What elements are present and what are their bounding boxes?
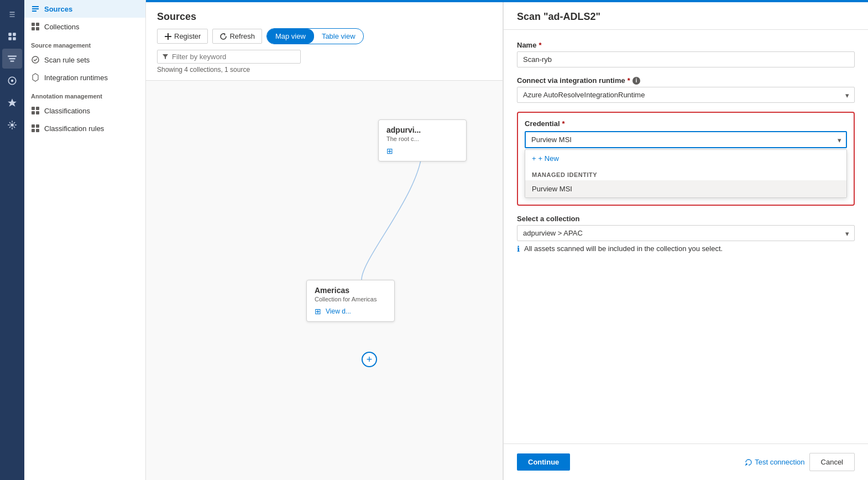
sidebar-scan-rule-sets-label: Scan rule sets	[44, 56, 90, 64]
sidebar-item-classification-rules[interactable]: Classification rules	[24, 119, 145, 137]
root-collection-node: adpurvi... The root c... ⊞	[378, 119, 467, 161]
svg-rect-3	[13, 37, 16, 40]
test-connection-button[interactable]: Test connection	[745, 458, 804, 466]
manage-nav-button[interactable]	[2, 115, 22, 135]
runtime-help-icon[interactable]: i	[632, 77, 640, 85]
footer-right: Test connection Cancel	[745, 453, 855, 471]
sidebar-item-collections[interactable]: Collections	[24, 18, 145, 35]
catalog-nav-button[interactable]	[2, 71, 22, 91]
svg-rect-10	[36, 27, 39, 30]
home-nav-button[interactable]	[2, 27, 22, 46]
map-area: adpurvi... The root c... ⊞ Americas Coll…	[146, 81, 503, 480]
svg-rect-15	[36, 111, 39, 114]
sidebar-item-sources[interactable]: Sources	[24, 0, 145, 18]
credential-select-wrapper: Purview MSI ▾	[525, 131, 847, 148]
table-view-button[interactable]: Table view	[314, 29, 363, 43]
insights-nav-button[interactable]	[2, 93, 22, 113]
root-node-subtitle: The root c...	[386, 135, 458, 142]
svg-rect-16	[32, 124, 35, 128]
sidebar-integration-runtimes-label: Integration runtimes	[44, 74, 108, 82]
name-required-star: *	[538, 41, 541, 49]
cancel-button[interactable]: Cancel	[809, 453, 855, 471]
svg-rect-8	[36, 23, 39, 26]
sidebar-classifications-label: Classifications	[44, 107, 90, 115]
runtime-label: Connect via integration runtime * i	[517, 76, 855, 85]
collection-info-message: ℹ All assets scanned will be included in…	[517, 244, 855, 253]
credential-label: Credential *	[525, 119, 847, 128]
svg-point-5	[11, 80, 14, 82]
svg-rect-9	[32, 27, 35, 30]
showing-text: Showing 4 collections, 1 source	[157, 64, 491, 76]
americas-node-subtitle: Collection for Americas	[315, 296, 386, 302]
refresh-label: Refresh	[229, 32, 255, 40]
filter-bar	[157, 50, 301, 64]
annotation-management-label: Annotation management	[24, 86, 145, 102]
sources-title: Sources	[157, 11, 491, 23]
expand-nav-button[interactable]	[2, 4, 22, 24]
sidebar-collections-label: Collections	[44, 23, 80, 31]
root-node-title: adpurvi...	[386, 126, 458, 134]
scan-panel-footer: Continue Test connection Cancel	[504, 444, 868, 480]
continue-button[interactable]: Continue	[517, 453, 570, 471]
data-map-nav-button[interactable]	[2, 49, 22, 69]
name-input[interactable]	[517, 51, 855, 67]
americas-collection-node: Americas Collection for Americas ⊞ View …	[306, 280, 395, 322]
register-button[interactable]: Register	[157, 29, 208, 44]
sources-toolbar: Register Refresh Map view Table view	[157, 28, 491, 44]
filter-icon	[162, 54, 169, 60]
credential-dropdown-menu: + + New MANAGED IDENTITY Purview MSI	[525, 149, 847, 198]
credential-select[interactable]: Purview MSI	[525, 131, 847, 148]
svg-rect-12	[32, 107, 35, 110]
scan-panel-body: Name * Connect via integration runtime *…	[504, 30, 868, 444]
sources-area: Sources Register Refresh Map view Table …	[146, 2, 868, 480]
sidebar-item-integration-runtimes[interactable]: Integration runtimes	[24, 69, 145, 86]
svg-rect-19	[36, 129, 39, 132]
runtime-select[interactable]: Azure AutoResolveIntegrationRuntime	[517, 87, 855, 103]
sidebar-sources-label: Sources	[44, 5, 72, 13]
americas-node-title: Americas	[315, 286, 386, 295]
sources-header: Sources Register Refresh Map view Table …	[146, 2, 503, 81]
sidebar: Sources Collections Source management Sc…	[24, 0, 146, 480]
collection-info-icon: ℹ	[517, 244, 520, 253]
add-collection-button[interactable]: +	[362, 352, 377, 367]
svg-rect-2	[8, 37, 12, 40]
scan-panel: Scan "ad-ADLS2" Name * Connect via integ…	[503, 2, 868, 480]
svg-point-6	[11, 123, 14, 127]
register-label: Register	[174, 32, 201, 40]
map-view-button[interactable]: Map view	[267, 29, 314, 44]
main-content: Sources Register Refresh Map view Table …	[146, 0, 868, 480]
root-grid-icon: ⊞	[386, 147, 393, 155]
americas-view-details-link[interactable]: View d...	[326, 307, 351, 315]
collection-label: Select a collection	[517, 215, 855, 223]
name-label: Name *	[517, 41, 855, 49]
source-management-label: Source management	[24, 35, 145, 51]
scan-panel-header: Scan "ad-ADLS2"	[504, 2, 868, 30]
svg-rect-1	[13, 33, 16, 36]
svg-rect-21	[165, 36, 171, 37]
svg-rect-14	[32, 111, 35, 114]
new-credential-plus-icon: +	[532, 154, 536, 163]
sidebar-item-scan-rule-sets[interactable]: Scan rule sets	[24, 51, 145, 69]
new-credential-button[interactable]: + + New	[525, 150, 846, 167]
collection-select[interactable]: adpurview > APAC	[517, 225, 855, 241]
purview-msi-option[interactable]: Purview MSI	[525, 180, 846, 197]
credential-section: Credential * Purview MSI ▾ + + New	[517, 112, 855, 206]
sources-panel: Sources Register Refresh Map view Table …	[146, 2, 503, 480]
svg-rect-17	[36, 124, 39, 128]
view-toggle-group: Map view Table view	[266, 28, 364, 44]
svg-rect-0	[8, 33, 12, 36]
scan-panel-title: Scan "ad-ADLS2"	[517, 11, 855, 23]
filter-input[interactable]	[172, 53, 296, 61]
runtime-field: Connect via integration runtime * i Azur…	[517, 76, 855, 103]
refresh-button[interactable]: Refresh	[212, 29, 262, 44]
test-connection-icon	[745, 458, 752, 466]
sidebar-item-classifications[interactable]: Classifications	[24, 102, 145, 119]
americas-grid-icon: ⊞	[315, 307, 321, 316]
runtime-select-wrapper: Azure AutoResolveIntegrationRuntime ▾	[517, 87, 855, 103]
runtime-required-star: *	[628, 76, 630, 85]
svg-rect-18	[32, 129, 35, 132]
svg-rect-7	[32, 23, 35, 26]
icon-bar	[0, 0, 24, 480]
collection-select-wrapper: adpurview > APAC ▾	[517, 225, 855, 241]
name-field: Name *	[517, 41, 855, 67]
